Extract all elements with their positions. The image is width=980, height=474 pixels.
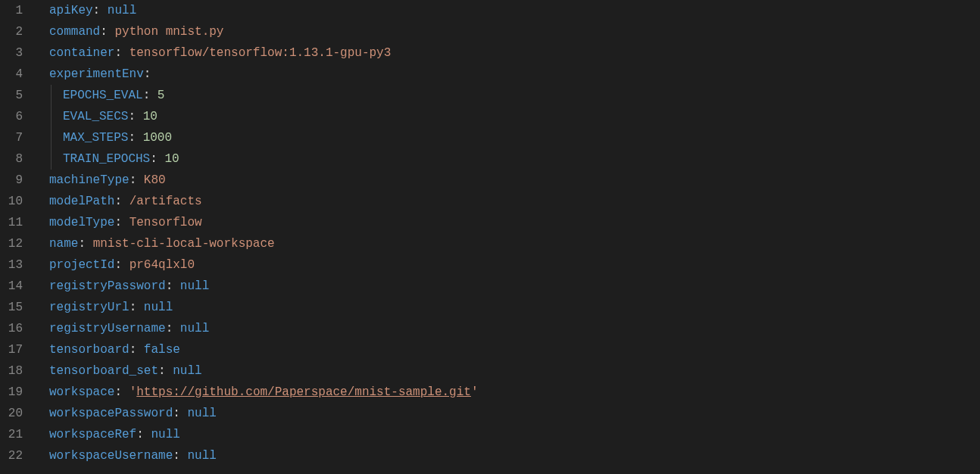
- code-line[interactable]: registryPassword: null: [49, 276, 980, 297]
- yaml-colon: :: [78, 237, 86, 251]
- yaml-bool: false: [144, 343, 180, 357]
- yaml-colon: :: [173, 407, 180, 420]
- code-line[interactable]: TRAIN_EPOCHS: 10: [49, 148, 980, 170]
- line-number: 12: [0, 233, 23, 254]
- code-line[interactable]: registryUrl: null: [49, 297, 980, 318]
- yaml-key: modelPath: [49, 195, 114, 208]
- code-line[interactable]: MAX_STEPS: 1000: [49, 127, 980, 148]
- yaml-colon: :: [166, 322, 173, 335]
- code-line[interactable]: apiKey: null: [49, 0, 980, 21]
- yaml-key: workspaceUsername: [49, 449, 173, 463]
- yaml-null: null: [187, 407, 216, 420]
- yaml-key: EPOCHS_EVAL: [63, 89, 143, 102]
- yaml-key: workspacePassword: [49, 407, 173, 420]
- yaml-colon: :: [93, 4, 101, 17]
- yaml-colon: :: [128, 110, 136, 123]
- yaml-null: null: [108, 4, 136, 17]
- yaml-colon: :: [128, 131, 136, 145]
- code-line[interactable]: machineType: K80: [49, 170, 980, 191]
- yaml-quote: ': [130, 385, 137, 399]
- code-line[interactable]: workspaceUsername: null: [49, 445, 980, 466]
- line-number: 5: [0, 85, 23, 106]
- code-line[interactable]: container: tensorflow/tensorflow:1.13.1-…: [49, 42, 980, 64]
- yaml-colon: :: [143, 89, 151, 102]
- yaml-colon: :: [173, 449, 180, 463]
- yaml-quote: ': [471, 385, 479, 399]
- yaml-colon: :: [114, 216, 122, 229]
- yaml-null: null: [187, 449, 216, 463]
- yaml-null: null: [180, 279, 209, 293]
- yaml-colon: :: [130, 173, 137, 187]
- code-line[interactable]: projectId: pr64qlxl0: [49, 254, 980, 276]
- code-line[interactable]: registryUsername: null: [49, 318, 980, 339]
- code-content[interactable]: apiKey: nullcommand: python mnist.pycont…: [38, 0, 980, 466]
- line-number: 8: [0, 148, 23, 170]
- code-editor[interactable]: 12345678910111213141516171819202122 apiK…: [0, 0, 980, 466]
- line-number: 19: [0, 382, 23, 403]
- yaml-string: Tensorflow: [130, 216, 202, 229]
- yaml-string: tensorflow/tensorflow:1.13.1-gpu-py3: [130, 46, 392, 60]
- yaml-number: 1000: [143, 131, 172, 145]
- line-number: 15: [0, 297, 23, 318]
- code-line[interactable]: modelType: Tensorflow: [49, 212, 980, 233]
- line-number: 6: [0, 106, 23, 127]
- yaml-key: modelType: [49, 216, 114, 229]
- yaml-colon: :: [114, 46, 122, 60]
- code-line[interactable]: workspacePassword: null: [49, 403, 980, 424]
- yaml-string: /artifacts: [130, 195, 202, 208]
- yaml-string: pr64qlxl0: [130, 258, 195, 272]
- yaml-number: 10: [143, 110, 158, 123]
- yaml-colon: :: [114, 258, 122, 272]
- yaml-key: tensorboard_set: [49, 364, 158, 378]
- yaml-number: 10: [164, 152, 179, 166]
- yaml-colon: :: [136, 428, 144, 441]
- line-number: 9: [0, 170, 23, 191]
- yaml-colon: :: [130, 343, 137, 357]
- yaml-key: projectId: [49, 258, 114, 272]
- line-number: 21: [0, 424, 23, 445]
- yaml-key: command: [49, 25, 100, 39]
- yaml-null: null: [151, 428, 179, 441]
- yaml-key: machineType: [49, 173, 130, 187]
- line-number: 22: [0, 445, 23, 466]
- yaml-number: 5: [158, 89, 165, 102]
- line-number: 13: [0, 254, 23, 276]
- line-number: 14: [0, 276, 23, 297]
- line-number: 18: [0, 360, 23, 382]
- code-line[interactable]: experimentEnv:: [49, 64, 980, 85]
- yaml-colon: :: [100, 25, 108, 39]
- code-line[interactable]: workspace: 'https://github.com/Paperspac…: [49, 382, 980, 403]
- yaml-key: workspace: [49, 385, 114, 399]
- yaml-string: K80: [144, 173, 166, 187]
- yaml-key: registryUsername: [49, 322, 166, 335]
- code-line[interactable]: EPOCHS_EVAL: 5: [49, 85, 980, 106]
- yaml-key: registryUrl: [49, 301, 130, 314]
- code-line[interactable]: workspaceRef: null: [49, 424, 980, 445]
- code-line[interactable]: name: mnist-cli-local-workspace: [49, 233, 980, 254]
- yaml-string: python mnist.py: [114, 25, 223, 39]
- line-gutter: 12345678910111213141516171819202122: [0, 0, 38, 466]
- yaml-colon: :: [144, 67, 151, 81]
- line-number: 20: [0, 403, 23, 424]
- yaml-null: null: [144, 301, 173, 314]
- yaml-key: registryPassword: [49, 279, 166, 293]
- line-number: 7: [0, 127, 23, 148]
- code-line[interactable]: modelPath: /artifacts: [49, 191, 980, 212]
- yaml-null: null: [173, 364, 201, 378]
- code-line[interactable]: command: python mnist.py: [49, 21, 980, 42]
- yaml-colon: :: [114, 195, 122, 208]
- yaml-colon: :: [150, 152, 158, 166]
- yaml-null: null: [180, 322, 209, 335]
- yaml-key: apiKey: [49, 4, 93, 17]
- code-line[interactable]: tensorboard: false: [49, 339, 980, 360]
- yaml-link[interactable]: https://github.com/Paperspace/mnist-samp…: [136, 385, 471, 399]
- code-line[interactable]: tensorboard_set: null: [49, 360, 980, 382]
- yaml-key: experimentEnv: [49, 67, 144, 81]
- yaml-string: mnist-cli-local-workspace: [93, 237, 275, 251]
- yaml-key: workspaceRef: [49, 428, 136, 441]
- yaml-key: TRAIN_EPOCHS: [63, 152, 150, 166]
- line-number: 17: [0, 339, 23, 360]
- code-line[interactable]: EVAL_SECS: 10: [49, 106, 980, 127]
- yaml-key: tensorboard: [49, 343, 130, 357]
- line-number: 11: [0, 212, 23, 233]
